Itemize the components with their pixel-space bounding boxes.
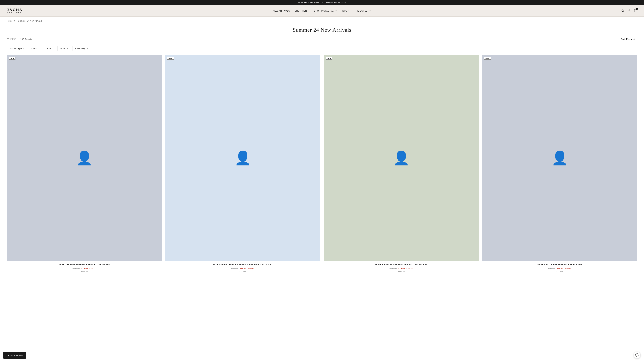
filter-btn-label-product-type: Product type	[10, 47, 22, 50]
original-price-product-3: $185.00	[390, 267, 397, 270]
site-header: JACHS NEW YORK NEW ARRIVALSSHOP MENSHOP …	[0, 5, 644, 16]
account-button[interactable]	[628, 9, 631, 12]
filter-buttons-row: Product typeColorSizePriceAvailability	[0, 46, 644, 55]
product-image-product-3: NEW👤	[324, 55, 479, 261]
new-badge-product-1: NEW	[9, 57, 16, 60]
top-banner: FREE US SHIPPING ON ORDERS OVER $150	[0, 0, 644, 5]
discount-pct-product-2: 57% off	[248, 267, 254, 270]
original-price-product-2: $185.00	[231, 267, 238, 270]
product-card-product-1[interactable]: NEW👤NAVY CHARLES SEERSUCKER FULL ZIP JAC…	[7, 55, 162, 273]
product-name-product-4: NAVY NANTUCKET SEERSUCKER BLAZER	[483, 263, 636, 266]
filter-chevron-size-icon	[52, 48, 53, 49]
main-nav: NEW ARRIVALSSHOP MENSHOP INSTAGRAMINFOTH…	[273, 9, 371, 12]
filter-btn-label-price: Price	[60, 47, 66, 50]
cart-button[interactable]: 0	[634, 9, 637, 12]
original-price-product-4: $199.00	[548, 267, 555, 270]
filter-btn-label-color: Color	[32, 47, 37, 50]
filter-chevron-color-icon	[38, 48, 40, 49]
new-badge-product-2: NEW	[167, 57, 174, 60]
account-icon	[628, 9, 631, 12]
product-info-product-4: NAVY NANTUCKET SEERSUCKER BLAZER$199.00$…	[482, 261, 637, 273]
logo[interactable]: JACHS NEW YORK	[7, 8, 23, 13]
discount-pct-product-1: 57% off	[89, 267, 96, 270]
filter-btn-label-size: Size	[46, 47, 51, 50]
svg-point-0	[622, 9, 624, 11]
sort-chevron-icon	[636, 38, 637, 40]
product-card-product-4[interactable]: NEW👤NAVY NANTUCKET SEERSUCKER BLAZER$199…	[482, 55, 637, 273]
filter-btn-availability[interactable]: Availability	[72, 46, 91, 51]
filter-left: Filter 162 Results	[7, 38, 32, 40]
search-button[interactable]	[621, 9, 624, 12]
filter-label: Filter	[10, 38, 16, 40]
product-prices-product-3: $185.00$79.9557% off	[324, 267, 478, 270]
product-image-product-1: NEW👤	[7, 55, 162, 261]
breadcrumb-separator: >	[14, 19, 16, 22]
page-title: Summer 24 New Arrivals	[0, 27, 644, 33]
product-grid: NEW👤NAVY CHARLES SEERSUCKER FULL ZIP JAC…	[0, 55, 644, 283]
product-placeholder-product-3: 👤	[324, 55, 479, 261]
filter-chevron-availability-icon	[86, 48, 88, 49]
nav-item-shop-men[interactable]: SHOP MEN	[295, 9, 309, 12]
color-count-product-2: 3 colors	[166, 270, 320, 273]
product-name-product-2: BLUE STRIPE CHARLES SEERSUCKER FULL ZIP …	[166, 263, 320, 266]
discount-pct-product-4: 50% off	[565, 267, 572, 270]
filter-btn-color[interactable]: Color	[29, 46, 42, 51]
original-price-product-1: $185.00	[72, 267, 80, 270]
logo-jachs: JACHS	[7, 8, 23, 12]
product-name-product-3: OLIVE CHARLES SEERSUCKER FULL ZIP JACKET	[324, 263, 478, 266]
filter-btn-product-type[interactable]: Product type	[7, 46, 27, 51]
filter-bar: Filter 162 Results Sort: Featured	[0, 38, 644, 44]
sale-price-product-2: $79.95	[240, 267, 246, 270]
product-image-product-2: NEW👤	[165, 55, 320, 261]
product-info-product-1: NAVY CHARLES SEERSUCKER FULL ZIP JACKET$…	[7, 261, 162, 273]
breadcrumb: Home > Summer 24 New Arrivals	[0, 16, 644, 25]
logo-newyork: NEW YORK	[7, 12, 22, 13]
sale-price-product-3: $79.95	[398, 267, 405, 270]
product-image-product-4: NEW👤	[482, 55, 637, 261]
product-card-product-2[interactable]: NEW👤BLUE STRIPE CHARLES SEERSUCKER FULL …	[165, 55, 320, 273]
color-count-product-3: 3 colors	[324, 270, 478, 273]
filter-icon	[7, 38, 10, 40]
color-count-product-4: 3 colors	[483, 270, 636, 273]
svg-line-1	[624, 11, 624, 12]
filter-chevron-up-icon	[16, 38, 18, 40]
sale-price-product-4: $99.95	[556, 267, 563, 270]
svg-point-2	[629, 9, 630, 11]
nav-chevron-shop-men-icon	[308, 10, 309, 11]
product-prices-product-1: $185.00$79.9557% off	[8, 267, 161, 270]
sale-price-product-1: $79.95	[81, 267, 88, 270]
filter-toggle-button[interactable]: Filter	[7, 38, 18, 40]
filter-btn-label-availability: Availability	[75, 47, 85, 50]
product-placeholder-product-2: 👤	[165, 55, 320, 261]
sort-button[interactable]: Sort: Featured	[621, 38, 637, 40]
filter-btn-size[interactable]: Size	[44, 46, 56, 51]
product-name-product-1: NAVY CHARLES SEERSUCKER FULL ZIP JACKET	[8, 263, 161, 266]
header-icons: 0	[621, 9, 637, 12]
result-count: 162 Results	[20, 38, 32, 40]
product-placeholder-product-4: 👤	[482, 55, 637, 261]
product-info-product-3: OLIVE CHARLES SEERSUCKER FULL ZIP JACKET…	[324, 261, 479, 273]
discount-pct-product-3: 57% off	[406, 267, 413, 270]
nav-item-shop-instagram[interactable]: SHOP INSTAGRAM	[314, 9, 337, 12]
nav-chevron-shop-instagram-icon	[335, 10, 337, 11]
color-count-product-1: 3 colors	[8, 270, 161, 273]
breadcrumb-home[interactable]: Home	[7, 19, 12, 22]
filter-chevron-price-icon	[66, 48, 68, 49]
product-info-product-2: BLUE STRIPE CHARLES SEERSUCKER FULL ZIP …	[165, 261, 320, 273]
search-icon	[621, 9, 624, 12]
sort-label: Sort: Featured	[621, 38, 635, 40]
product-prices-product-2: $185.00$79.9557% off	[166, 267, 320, 270]
banner-text: FREE US SHIPPING ON ORDERS OVER $150	[298, 1, 346, 4]
nav-item-new-arrivals[interactable]: NEW ARRIVALS	[273, 9, 290, 12]
product-placeholder-product-1: 👤	[7, 55, 162, 261]
product-prices-product-4: $199.00$99.9550% off	[483, 267, 636, 270]
nav-item-info[interactable]: INFO	[342, 9, 350, 12]
product-card-product-3[interactable]: NEW👤OLIVE CHARLES SEERSUCKER FULL ZIP JA…	[324, 55, 479, 273]
cart-count: 0	[636, 8, 638, 10]
new-badge-product-4: NEW	[484, 57, 491, 60]
filter-chevron-product-type-icon	[23, 48, 24, 49]
filter-btn-price[interactable]: Price	[58, 46, 71, 51]
new-badge-product-3: NEW	[326, 57, 332, 60]
breadcrumb-current: Summer 24 New Arrivals	[18, 19, 42, 22]
nav-item-the-outlet[interactable]: THE OUTLET	[354, 9, 371, 12]
